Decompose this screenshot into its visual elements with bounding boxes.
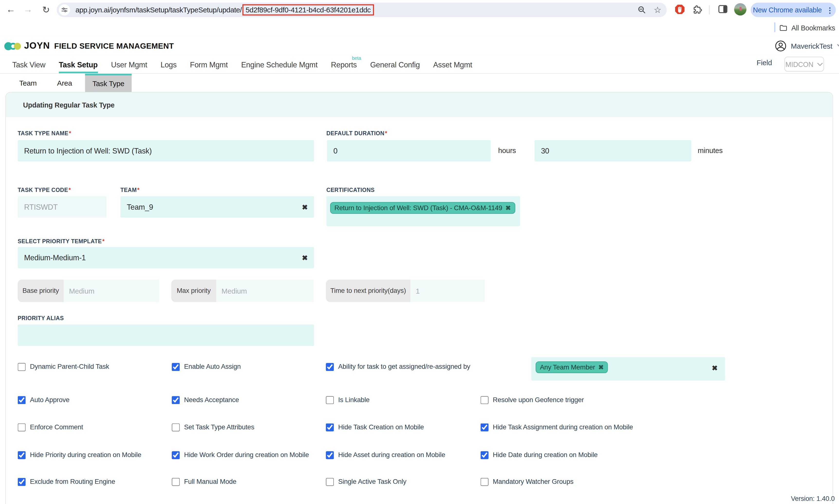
page-title: FIELD SERVICE MANAGEMENT [54,41,174,50]
checkbox-input[interactable] [326,396,334,404]
user-menu[interactable]: MaverickTest [775,36,839,55]
tab-logs[interactable]: Logs [161,56,177,73]
checkbox-hide-task-assignment-during-creation[interactable]: Hide Task Assignment during creation on … [481,422,633,432]
checkbox-auto-approve[interactable]: Auto Approve [18,395,70,405]
checkbox-hide-priority-during-creation[interactable]: Hide Priority during creation on Mobile [18,450,141,460]
tab-engine-schedule-mgmt[interactable]: Engine Schedule Mgmt [241,56,318,73]
user-avatar-icon [775,40,786,52]
team-clear-icon[interactable]: ✖ [302,203,308,211]
subtab-team[interactable]: Team [12,74,44,92]
brand-text: JOYN [24,41,50,51]
checkbox-input[interactable] [18,451,26,459]
checkbox-hide-work-order-during-creation[interactable]: Hide Work Order during creation on Mobil… [172,450,309,460]
checkbox-input[interactable] [326,363,334,371]
all-bookmarks-label: All Bookmarks [791,24,835,32]
priority-template-select[interactable]: Medium-Medium-1 ✖ [18,247,314,268]
priority-alias-input[interactable] [18,324,314,346]
browser-profile-avatar[interactable] [734,3,747,16]
region-select[interactable]: MIDCON [785,57,824,72]
checkbox-input[interactable] [326,451,334,459]
checkbox-hide-task-creation-on-mobile[interactable]: Hide Task Creation on Mobile [326,422,424,432]
checkbox-set-task-type-attributes[interactable]: Set Task Type Attributes [172,422,254,432]
checkbox-needs-acceptance[interactable]: Needs Acceptance [172,395,239,405]
task-type-code-input[interactable]: RTISWDT [18,196,107,218]
checkbox-label: Hide Work Order during creation on Mobil… [184,451,309,459]
chip-remove-icon[interactable]: ✖ [598,363,603,371]
field-label: Field [757,59,772,67]
time-to-next-priority-input[interactable]: 1 [411,280,485,302]
task-type-name-label: TASK TYPE NAME [18,130,71,136]
checkbox-hide-asset-during-creation[interactable]: Hide Asset during creation on Mobile [326,450,445,460]
checkbox-input[interactable] [18,363,26,371]
bookmark-star-icon[interactable]: ☆ [654,5,661,14]
tab-form-mgmt[interactable]: Form Mgmt [190,56,228,73]
certifications-select[interactable]: Return to Injection of Well: SWD (Task) … [326,196,520,226]
max-priority-input[interactable]: Medium [216,280,313,302]
checkbox-label: Is Linkable [338,396,370,403]
duration-minutes-input[interactable]: 30 [535,140,691,162]
subtab-area[interactable]: Area [50,74,80,92]
checkbox-dynamic-parent-child-task[interactable]: Dynamic Parent-Child Task [18,361,109,372]
checkbox-input[interactable] [326,423,334,431]
checkbox-exclude-from-routing-engine[interactable]: Exclude from Routing Engine [18,476,115,487]
checkbox-input[interactable] [481,423,489,431]
subtab-task-type[interactable]: Task Type [85,74,132,92]
checkbox-assigned-reassigned-by[interactable]: Ability for task to get assigned/re-assi… [326,361,470,372]
tab-general-config[interactable]: General Config [370,56,420,73]
chrome-update-button[interactable]: New Chrome available ⋮ [751,3,836,17]
tab-reports[interactable]: Reportsbeta [331,56,357,73]
base-priority-input[interactable]: Medium [64,280,159,302]
checkbox-input[interactable] [172,423,180,431]
browser-menu-icon[interactable]: ⋮ [826,5,834,14]
tab-task-setup[interactable]: Task Setup [59,56,98,73]
sub-nav: Team Area Task Type [0,74,839,92]
checkbox-mandatory-watcher-groups[interactable]: Mandatory Watcher Groups [481,476,573,487]
checkbox-enforce-comment[interactable]: Enforce Comment [18,422,83,432]
site-info-icon[interactable] [59,4,70,16]
checkbox-label: Hide Priority during creation on Mobile [30,451,141,459]
reload-icon[interactable]: ↻ [40,3,53,16]
checkbox-input[interactable] [172,396,180,404]
checkbox-full-manual-mode[interactable]: Full Manual Mode [172,476,236,487]
url-text[interactable]: app.joyn.ai/joynfsm/taskSetup/taskTypeSe… [75,4,374,16]
duration-hours-input[interactable]: 0 [327,140,491,162]
checkbox-input[interactable] [481,396,489,404]
zoom-out-icon[interactable] [637,5,646,14]
checkbox-resolve-upon-geofence-trigger[interactable]: Resolve upon Geofence trigger [481,395,584,405]
checkbox-input[interactable] [172,478,180,486]
chip-remove-icon[interactable]: ✖ [506,204,511,212]
checkbox-input[interactable] [18,478,26,486]
assigned-by-select[interactable]: Any Team Member ✖ ✖ [531,357,725,381]
form-heading: Updating Regular Task Type [6,92,833,117]
checkbox-enable-auto-assign[interactable]: Enable Auto Assign [172,361,241,372]
adblock-icon[interactable] [673,3,686,16]
folder-icon [779,23,788,32]
extensions-puzzle-icon[interactable] [691,3,704,16]
checkbox-input[interactable] [18,396,26,404]
checkbox-input[interactable] [481,451,489,459]
hours-unit-label: hours [498,146,516,155]
forward-icon[interactable]: → [21,3,34,16]
bookmarks-bar [0,19,839,37]
checkbox-input[interactable] [18,423,26,431]
side-panel-icon[interactable] [717,3,730,16]
url-bar[interactable]: app.joyn.ai/joynfsm/taskSetup/taskTypeSe… [57,3,667,17]
checkbox-label: Hide Task Assignment during creation on … [493,424,633,431]
checkbox-is-linkable[interactable]: Is Linkable [326,395,369,405]
tab-user-mgmt[interactable]: User Mgmt [111,56,147,73]
assigned-by-clear-icon[interactable]: ✖ [712,364,718,372]
checkbox-label: Resolve upon Geofence trigger [493,396,584,403]
tab-asset-mgmt[interactable]: Asset Mgmt [433,56,472,73]
checkbox-input[interactable] [326,478,334,486]
checkbox-input[interactable] [172,451,180,459]
checkbox-input[interactable] [481,478,489,486]
team-select[interactable]: Team_9 ✖ [120,196,314,218]
checkbox-input[interactable] [172,363,180,371]
priority-template-clear-icon[interactable]: ✖ [302,254,308,262]
checkbox-single-active-task-only[interactable]: Single Active Task Only [326,476,406,487]
back-icon[interactable]: ← [4,3,17,16]
checkbox-hide-date-during-creation[interactable]: Hide Date during creation on Mobile [481,450,598,460]
task-type-name-input[interactable]: Return to Injection of Well: SWD (Task) [18,140,314,162]
tab-task-view[interactable]: Task View [13,56,46,73]
all-bookmarks[interactable]: All Bookmarks [779,19,835,36]
